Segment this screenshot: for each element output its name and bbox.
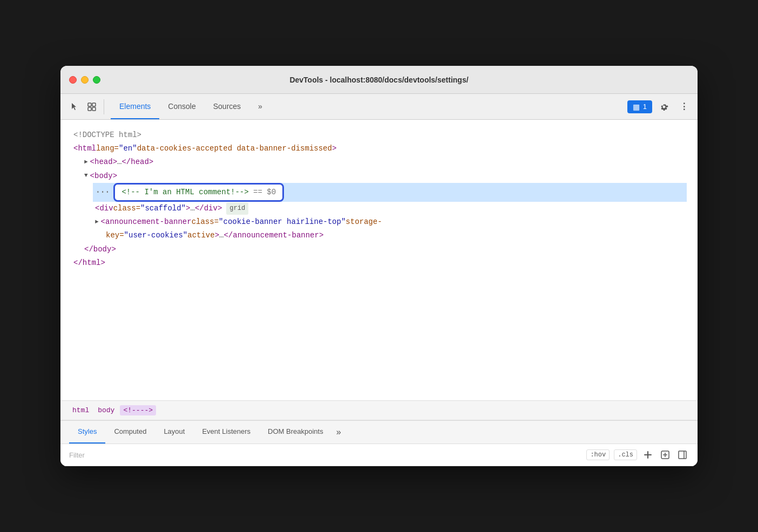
hov-button[interactable]: :hov bbox=[586, 449, 610, 460]
svg-rect-0 bbox=[88, 103, 91, 106]
toolbar-right: ▦ 1 ⋮ bbox=[627, 99, 691, 114]
html-close-line: </html> bbox=[71, 256, 687, 270]
notifications-badge[interactable]: ▦ 1 bbox=[627, 100, 652, 113]
scaffold-line[interactable]: <div class="scaffold">…</div> grid bbox=[93, 202, 687, 215]
svg-rect-5 bbox=[679, 451, 686, 459]
traffic-lights bbox=[69, 76, 100, 84]
bottom-panel: Styles Computed Layout Event Listeners D… bbox=[60, 420, 698, 466]
panel-tabs: Styles Computed Layout Event Listeners D… bbox=[60, 421, 698, 444]
toggle-sidebar-icon[interactable] bbox=[676, 448, 689, 461]
maximize-button[interactable] bbox=[93, 76, 100, 84]
expand-head-icon[interactable]: ► bbox=[84, 157, 88, 168]
svg-rect-2 bbox=[88, 107, 91, 111]
cursor-tool-icon[interactable] bbox=[67, 99, 82, 114]
breadcrumb-body[interactable]: body bbox=[94, 405, 118, 415]
cls-button[interactable]: .cls bbox=[614, 449, 637, 460]
svg-rect-1 bbox=[92, 103, 96, 106]
svg-rect-3 bbox=[92, 107, 96, 111]
expand-body-icon[interactable]: ▼ bbox=[84, 170, 88, 181]
toolbar-tabs: Elements Console Sources » bbox=[111, 94, 271, 119]
breadcrumb-bar: html body <!----> bbox=[60, 400, 698, 420]
chat-icon: ▦ bbox=[633, 103, 640, 111]
inspect-mode-icon[interactable] bbox=[84, 99, 99, 114]
toolbar-separator bbox=[104, 99, 104, 114]
html-line[interactable]: <html lang="en" data-cookies-accepted da… bbox=[71, 142, 687, 155]
more-tabs-button[interactable]: » bbox=[249, 94, 271, 119]
tab-event-listeners[interactable]: Event Listeners bbox=[193, 421, 259, 444]
body-line[interactable]: ▼ <body> bbox=[82, 169, 687, 183]
titlebar: DevTools - localhost:8080/docs/devtools/… bbox=[60, 66, 698, 94]
comment-line[interactable]: ··· <!-- I'm an HTML comment!--> == $0 bbox=[93, 183, 687, 202]
minimize-button[interactable] bbox=[81, 76, 89, 84]
toolbar-more-button[interactable]: ⋮ bbox=[676, 99, 691, 114]
body-close-line: </body> bbox=[82, 243, 687, 256]
head-line[interactable]: ► <head>…</head> bbox=[82, 155, 687, 169]
comment-node: <!-- I'm an HTML comment!--> == $0 bbox=[113, 183, 284, 202]
new-style-rule-icon[interactable] bbox=[659, 448, 672, 461]
settings-button[interactable] bbox=[657, 99, 672, 114]
doctype-line: <!DOCTYPE html> bbox=[71, 128, 687, 142]
close-button[interactable] bbox=[69, 76, 77, 84]
expand-announcement-icon[interactable]: ► bbox=[95, 217, 99, 228]
panel-more-tabs-button[interactable]: » bbox=[332, 421, 345, 444]
filter-controls: :hov .cls bbox=[586, 448, 689, 461]
breadcrumb-comment[interactable]: <!----> bbox=[120, 405, 156, 415]
tab-styles[interactable]: Styles bbox=[69, 421, 105, 444]
tab-computed[interactable]: Computed bbox=[105, 421, 155, 444]
filter-placeholder[interactable]: Filter bbox=[69, 451, 582, 459]
announcement-line[interactable]: ► <announcement-banner class="cookie-ban… bbox=[93, 215, 687, 229]
ellipsis-button[interactable]: ··· bbox=[95, 183, 109, 201]
devtools-window: DevTools - localhost:8080/docs/devtools/… bbox=[60, 66, 698, 466]
tab-console[interactable]: Console bbox=[159, 94, 204, 119]
tab-sources[interactable]: Sources bbox=[205, 94, 249, 119]
grid-badge: grid bbox=[226, 202, 248, 215]
tab-dom-breakpoints[interactable]: DOM Breakpoints bbox=[259, 421, 332, 444]
toolbar: Elements Console Sources » ▦ 1 ⋮ bbox=[60, 94, 698, 120]
tab-elements[interactable]: Elements bbox=[111, 94, 159, 119]
tab-layout[interactable]: Layout bbox=[155, 421, 193, 444]
filter-bar: Filter :hov .cls bbox=[60, 444, 698, 466]
breadcrumb-html[interactable]: html bbox=[69, 405, 92, 415]
dom-tree: <!DOCTYPE html> <html lang="en" data-coo… bbox=[60, 120, 698, 400]
window-title: DevTools - localhost:8080/docs/devtools/… bbox=[289, 76, 468, 84]
announcement-line-2[interactable]: key="user-cookies" active>…</announcemen… bbox=[104, 229, 687, 242]
add-style-rule-icon[interactable] bbox=[641, 448, 654, 461]
doctype-text: <!DOCTYPE html> bbox=[73, 128, 141, 142]
